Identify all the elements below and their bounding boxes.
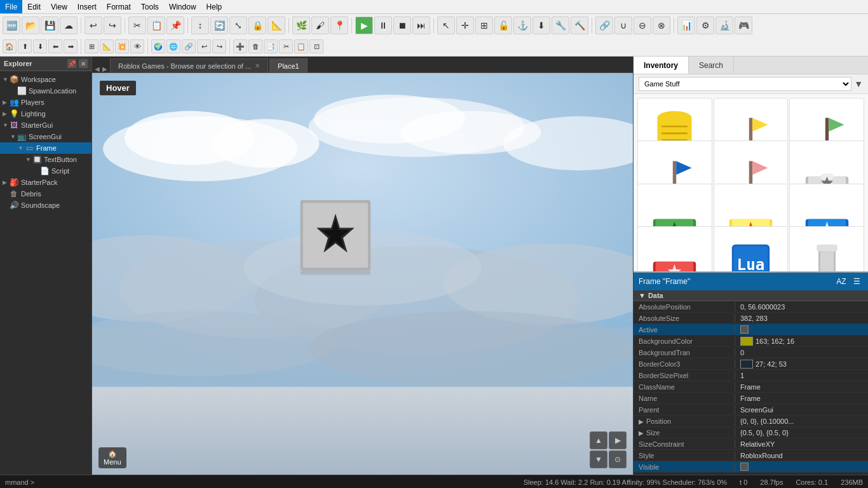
- toolbar-collision-button[interactable]: 🔒: [248, 17, 266, 34]
- prop-section-data[interactable]: ▼ Data: [634, 290, 868, 301]
- tab-browser-close[interactable]: ✕: [255, 62, 260, 69]
- toolbar-stop-button[interactable]: ⏹: [393, 17, 411, 34]
- toolbar2-insert-button[interactable]: ➕: [233, 39, 247, 53]
- toolbar-undo-button[interactable]: ↩: [85, 17, 102, 34]
- menu-view[interactable]: View: [46, 0, 72, 13]
- toolbar-test-button[interactable]: 🔬: [715, 17, 733, 34]
- workspace-arrow[interactable]: ▼: [3, 76, 9, 83]
- toolbar-settings-button[interactable]: ⚙: [696, 17, 714, 34]
- toolbar2-joinparts-button[interactable]: 🔗: [182, 39, 196, 53]
- toolbar-redo-button[interactable]: ↪: [104, 17, 121, 34]
- active-checkbox[interactable]: [740, 325, 749, 334]
- toolbar2-up-button[interactable]: ⬆: [18, 39, 32, 53]
- props-sort-cat-button[interactable]: ☰: [850, 275, 863, 288]
- explorer-tree[interactable]: ▼ 📦 Workspace ⬜ SpawnLocation ▶ 👥 Player…: [0, 71, 92, 475]
- nav-up2-button[interactable]: ▶: [609, 431, 627, 449]
- toolbar-group-button[interactable]: 🔧: [552, 17, 569, 34]
- screengui-arrow[interactable]: ▼: [10, 133, 17, 140]
- toolbar2-delete-button[interactable]: 🗑: [248, 39, 262, 53]
- menu-window[interactable]: Window: [164, 0, 201, 13]
- prop-value-bordercolor[interactable]: 27; 42; 53: [735, 359, 868, 369]
- menu-tools[interactable]: Tools: [136, 0, 164, 13]
- explorer-pin-button[interactable]: 📌: [67, 59, 76, 68]
- prop-value-size[interactable]: {0.5, 0}, {0.5, 0}: [735, 428, 868, 437]
- tree-item-startergui[interactable]: ▼ 🖼 StarterGui: [0, 119, 92, 131]
- prop-value-sizeconstraint[interactable]: RelativeXY: [735, 440, 868, 449]
- toolbar-snap-button[interactable]: 📐: [268, 17, 285, 34]
- inventory-tab-search[interactable]: Search: [689, 57, 734, 74]
- toolbar2-left-button[interactable]: ⬅: [48, 39, 62, 53]
- prop-value-name[interactable]: Frame: [735, 394, 868, 403]
- tree-item-soundscape[interactable]: 🔊 Soundscape: [0, 200, 92, 211]
- viewport[interactable]: Hover 🏠 Menu ▲ ▶ ▼ ⊙: [92, 73, 633, 475]
- explorer-close-button[interactable]: ✕: [79, 59, 88, 68]
- toolbar-select-tool[interactable]: ↖: [437, 17, 455, 34]
- toolbar-negate-button[interactable]: ⊖: [634, 17, 651, 34]
- toolbar-save-button[interactable]: 💾: [41, 17, 58, 34]
- toolbar-separate-button[interactable]: ⊗: [653, 17, 670, 34]
- toolbar2-grid-button[interactable]: ⊞: [85, 39, 98, 53]
- menu-help[interactable]: Help: [201, 0, 227, 13]
- tree-item-frame[interactable]: ▼ ▭ Frame: [0, 142, 92, 154]
- toolbar-copy-button[interactable]: 📋: [147, 17, 165, 34]
- tab-scroll-left[interactable]: ◀: [95, 65, 100, 72]
- tab-browser[interactable]: Roblox Games - Browse our selection of .…: [110, 58, 268, 72]
- visible-checkbox[interactable]: [740, 463, 749, 471]
- toolbar-open-button[interactable]: 📂: [22, 17, 39, 34]
- menu-button-overlay[interactable]: 🏠 Menu: [98, 447, 126, 468]
- tab-scroll-right[interactable]: ▶: [102, 65, 107, 72]
- toolbar2-right-button[interactable]: ➡: [64, 39, 78, 53]
- inventory-filter-select[interactable]: Game Stuff Models Decals Audio Plugins: [639, 77, 851, 91]
- tree-item-spawnlocation[interactable]: ⬜ SpawnLocation: [0, 85, 92, 97]
- toolbar-weld-button[interactable]: 🔗: [595, 17, 613, 34]
- prop-value-absolutesize[interactable]: 382, 283: [735, 314, 868, 323]
- tree-item-script[interactable]: 📄 Script: [0, 165, 92, 177]
- prop-value-active[interactable]: [735, 325, 868, 334]
- toolbar2-snap-toggle[interactable]: 📐: [100, 39, 114, 53]
- toolbar2-visible-button[interactable]: 👁: [130, 39, 144, 53]
- tree-item-screengui[interactable]: ▼ 📺 ScreenGui: [0, 131, 92, 142]
- inventory-item-10[interactable]: [637, 226, 712, 271]
- menu-file[interactable]: File: [0, 0, 22, 13]
- starterpack-arrow[interactable]: ▶: [3, 179, 9, 186]
- toolbar-union-button[interactable]: ∪: [614, 17, 632, 34]
- position-expand-icon[interactable]: ▶: [639, 418, 644, 425]
- toolbar-ungroup-button[interactable]: 🔨: [571, 17, 588, 34]
- toolbar-move-button[interactable]: ↕: [191, 17, 209, 34]
- bgcolor-swatch[interactable]: [740, 337, 753, 346]
- toolbar-publish-button[interactable]: ☁: [60, 17, 78, 34]
- prop-value-bordersizepixel[interactable]: 1: [735, 371, 868, 380]
- tree-item-starterpack[interactable]: ▶ 🎒 StarterPack: [0, 177, 92, 188]
- toolbar-paint-button[interactable]: 🖌: [311, 17, 329, 34]
- frame-arrow[interactable]: ▼: [18, 145, 24, 151]
- prop-value-absoluteposition[interactable]: 0, 56.6000023: [735, 302, 868, 311]
- lighting-arrow[interactable]: ▶: [3, 111, 9, 117]
- size-expand-icon[interactable]: ▶: [639, 430, 644, 437]
- toolbar2-collide-button[interactable]: 💥: [115, 39, 129, 53]
- inventory-tab-inventory[interactable]: Inventory: [634, 57, 689, 74]
- toolbar2-duplicate-button[interactable]: 📑: [264, 39, 278, 53]
- tree-item-players[interactable]: ▶ 👥 Players: [0, 97, 92, 108]
- prop-value-bgcolor[interactable]: 163; 162; 16: [735, 336, 868, 346]
- toolbar-transform-tool[interactable]: ✛: [456, 17, 474, 34]
- toolbar-game-settings[interactable]: 🎮: [735, 17, 752, 34]
- toolbar2-down-button[interactable]: ⬇: [33, 39, 47, 53]
- players-arrow[interactable]: ▶: [3, 99, 9, 105]
- prop-value-visible[interactable]: [735, 462, 868, 471]
- inventory-item-11[interactable]: Lua: [714, 226, 789, 271]
- toolbar-resize-tool[interactable]: ⊞: [475, 17, 493, 34]
- toolbar-play-button[interactable]: ▶: [355, 17, 373, 34]
- tab-place1[interactable]: Place1: [269, 58, 308, 72]
- toolbar2-local-button[interactable]: 🌍: [151, 39, 165, 53]
- prop-value-parent[interactable]: ScreenGui: [735, 405, 868, 414]
- toolbar2-select-all[interactable]: ⊡: [309, 39, 323, 53]
- toolbar-select-button[interactable]: 📍: [330, 17, 348, 34]
- nav-zoom-button[interactable]: ⊙: [609, 451, 627, 468]
- toolbar-terrain-button[interactable]: 🌿: [292, 17, 310, 34]
- inventory-item-12[interactable]: [789, 226, 864, 271]
- nav-up-button[interactable]: ▲: [590, 431, 607, 449]
- toolbar-pause-button[interactable]: ⏸: [374, 17, 392, 34]
- toolbar2-world-button[interactable]: 🌐: [166, 39, 180, 53]
- toolbar2-undo-button[interactable]: ↩: [197, 39, 211, 53]
- toolbar-scale-button[interactable]: ⤡: [229, 17, 247, 34]
